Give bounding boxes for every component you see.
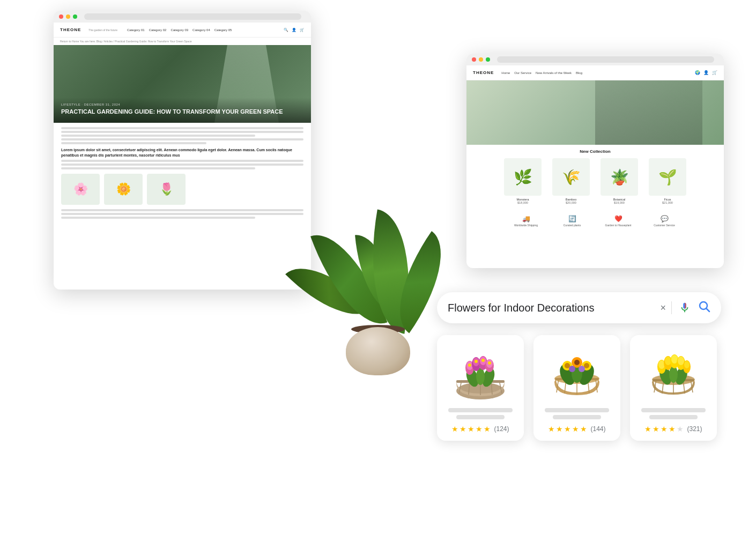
cart-icon: 🛒 bbox=[712, 70, 717, 75]
star-5: ★ bbox=[677, 425, 684, 433]
star-4: ★ bbox=[669, 425, 676, 433]
product-rating-2: ★ ★ ★ ★ ★ (144) bbox=[548, 425, 605, 433]
product-rating-1: ★ ★ ★ ★ ★ (124) bbox=[451, 425, 509, 433]
product-image-flowers-1 bbox=[446, 344, 515, 403]
blog-hero-overlay: LIFESTYLE · December 31, 2024 PRACTICAL … bbox=[54, 98, 311, 123]
blog-article-title: PRACTICAL GARDENING GUIDE: HOW TO TRANSF… bbox=[61, 108, 303, 115]
blog-body-text bbox=[61, 160, 303, 169]
rating-count-1: (124) bbox=[494, 425, 509, 433]
blog-flower-images: 🌸 🌼 🌷 bbox=[61, 174, 303, 205]
text-line bbox=[61, 164, 303, 166]
search-query-text: Flowers for Indoor Decorations bbox=[448, 302, 655, 314]
flower-image-2: 🌼 bbox=[104, 174, 143, 205]
star-half: ★ bbox=[580, 425, 587, 433]
svg-point-59 bbox=[678, 357, 684, 365]
nav-link-4: Category 04 bbox=[192, 28, 210, 32]
product-title-line bbox=[545, 408, 609, 412]
blog-footer-text bbox=[61, 209, 303, 219]
maximize-dot bbox=[73, 14, 77, 19]
nav-link-1: Category 01 bbox=[127, 28, 145, 32]
star-2: ★ bbox=[653, 425, 659, 433]
blog-nav: THEONE The garden of the future Category… bbox=[54, 23, 311, 38]
user-icon: 👤 bbox=[703, 70, 709, 75]
product-title-line bbox=[641, 408, 706, 412]
minimize-dot bbox=[479, 57, 483, 62]
nav-link-5: Category 05 bbox=[214, 28, 232, 32]
shop-hero-image bbox=[466, 80, 724, 145]
product-image-flowers-3 bbox=[639, 344, 708, 403]
curated-icon: 🔄 bbox=[551, 215, 594, 223]
star-2: ★ bbox=[556, 425, 563, 433]
feature-garden: ❤️ Garden to Houseplant bbox=[597, 215, 640, 227]
nav-link-2: Category 02 bbox=[149, 28, 167, 32]
star-half: ★ bbox=[484, 425, 491, 433]
product-card-2[interactable]: ★ ★ ★ ★ ★ (144) bbox=[533, 335, 620, 441]
close-dot bbox=[472, 57, 476, 62]
blog-nav-links: Category 01 Category 02 Category 03 Cate… bbox=[127, 28, 232, 32]
product-price-4: $21,000 bbox=[646, 201, 689, 204]
shop-nav: THEONE Home Our Service New Arrivals of … bbox=[466, 65, 724, 80]
svg-point-40 bbox=[569, 366, 575, 372]
text-line bbox=[61, 142, 206, 144]
shop-product-2: 🌾 Bamboo $20,000 bbox=[550, 158, 592, 204]
star-1: ★ bbox=[644, 425, 651, 433]
shop-nav-links: Home Our Service New Arrivals of the Wee… bbox=[501, 71, 582, 75]
product-image-2: 🌾 bbox=[552, 158, 590, 196]
shop-product-3: 🪴 Botanical $19,000 bbox=[598, 158, 641, 204]
blog-breadcrumb: Return to Home You are here: Blog / Arti… bbox=[54, 38, 311, 45]
blog-screenshot-card: THEONE The garden of the future Category… bbox=[54, 11, 311, 290]
text-line bbox=[61, 167, 255, 169]
search-submit-button[interactable] bbox=[698, 300, 710, 316]
product-card-1[interactable]: ★ ★ ★ ★ ★ (124) bbox=[437, 335, 524, 441]
text-line bbox=[61, 138, 303, 140]
star-2: ★ bbox=[459, 425, 466, 433]
cart-icon: 🛒 bbox=[300, 28, 305, 32]
search-bar[interactable]: Flowers for Indoor Decorations × bbox=[437, 292, 721, 323]
shop-topbar bbox=[466, 54, 724, 65]
blog-content-area: Lorem ipsum dolor sit amet, consectetuer… bbox=[54, 123, 311, 260]
product-card-3[interactable]: ★ ★ ★ ★ ★ (321) bbox=[630, 335, 717, 441]
svg-point-35 bbox=[565, 363, 570, 368]
shipping-icon: 🚚 bbox=[505, 215, 547, 223]
flag-icon: 🌍 bbox=[695, 70, 700, 75]
svg-line-1 bbox=[707, 309, 710, 312]
svg-point-41 bbox=[579, 366, 585, 372]
star-3: ★ bbox=[468, 425, 475, 433]
svg-point-37 bbox=[574, 360, 580, 365]
product-subtitle-line bbox=[553, 415, 601, 419]
shop-products-row: 🌿 Monstera $18,000 🌾 Bamboo $20,000 🪴 Bo… bbox=[474, 158, 716, 204]
flower-image-3: 🌷 bbox=[147, 174, 186, 205]
close-dot bbox=[59, 14, 63, 19]
search-results-products: ★ ★ ★ ★ ★ (124) bbox=[437, 335, 721, 441]
search-divider bbox=[671, 301, 672, 314]
svg-point-22 bbox=[481, 359, 485, 362]
nav-link-3: Category 03 bbox=[171, 28, 188, 32]
shop-features-row: 🚚 Worldwide Shipping 🔄 Curated plants ❤️… bbox=[466, 215, 724, 227]
collection-title: New Collection bbox=[474, 149, 716, 154]
minimize-dot bbox=[66, 14, 70, 19]
product-price-3: $19,000 bbox=[598, 201, 641, 204]
rating-count-3: (321) bbox=[687, 425, 702, 433]
text-line bbox=[61, 160, 303, 162]
shop-nav-blog: Blog bbox=[576, 71, 582, 75]
support-icon: 💬 bbox=[643, 215, 686, 223]
product-price-1: $18,000 bbox=[501, 201, 544, 204]
svg-point-23 bbox=[488, 361, 491, 365]
voice-search-button[interactable] bbox=[677, 300, 692, 315]
blog-logo: THEONE bbox=[60, 27, 81, 32]
clear-search-button[interactable]: × bbox=[660, 302, 666, 314]
shipping-label: Worldwide Shipping bbox=[505, 224, 547, 227]
product-subtitle-line bbox=[456, 415, 505, 419]
svg-point-61 bbox=[684, 361, 690, 368]
blog-body-title: Lorem ipsum dolor sit amet, consectetuer… bbox=[61, 147, 303, 158]
user-icon: 👤 bbox=[292, 28, 297, 32]
url-bar bbox=[84, 13, 301, 20]
flower-image-1: 🌸 bbox=[61, 174, 100, 205]
support-label: Customer Service bbox=[643, 224, 686, 227]
star-3: ★ bbox=[661, 425, 668, 433]
text-line bbox=[61, 135, 255, 137]
svg-point-39 bbox=[584, 363, 589, 368]
star-1: ★ bbox=[451, 425, 458, 433]
feature-curated: 🔄 Curated plants bbox=[551, 215, 594, 227]
plant-pot bbox=[346, 327, 410, 375]
